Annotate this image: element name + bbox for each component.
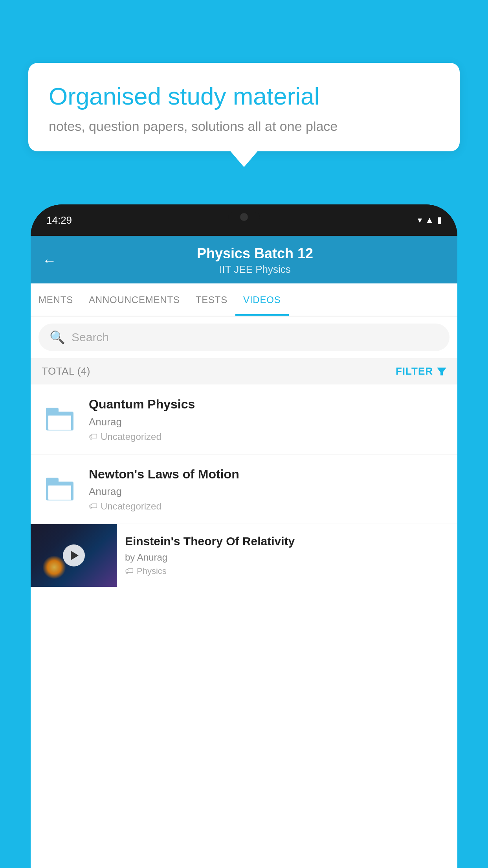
phone-time: 14:29 (46, 214, 72, 226)
back-button[interactable]: ← (42, 252, 57, 269)
tag-icon: 🏷 (89, 432, 97, 442)
video-title: Einstein's Theory Of Relativity (125, 533, 449, 549)
thumbnail-glow (42, 555, 66, 579)
video-author: Anurag (89, 485, 448, 498)
folder-icon (46, 478, 73, 500)
phone-notch (228, 212, 260, 222)
folder-front (48, 415, 72, 430)
search-placeholder: Search (72, 331, 109, 344)
tag-icon: 🏷 (125, 566, 134, 576)
total-count: TOTAL (4) (42, 365, 90, 377)
phone-camera (240, 213, 248, 221)
filter-bar: TOTAL (4) FILTER (31, 358, 457, 384)
tab-ments[interactable]: MENTS (31, 283, 81, 316)
app-screen: ← Physics Batch 12 IIT JEE Physics MENTS… (31, 236, 457, 868)
search-bar[interactable]: 🔍 Search (39, 324, 449, 351)
filter-button[interactable]: FILTER (396, 365, 446, 377)
search-icon: 🔍 (50, 330, 65, 345)
video-tag: 🏷 Uncategorized (89, 501, 448, 512)
video-tag: 🏷 Physics (125, 566, 449, 576)
phone-frame: 14:29 ▾ ▲ ▮ ← Physics Batch 12 IIT JEE P… (31, 204, 457, 868)
wifi-icon: ▾ (418, 215, 422, 225)
tag-label: Uncategorized (101, 431, 161, 442)
folder-icon-wrap (40, 408, 79, 430)
status-icons: ▾ ▲ ▮ (418, 215, 442, 225)
video-author: by Anurag (125, 552, 449, 563)
header-title: Physics Batch 12 (64, 245, 446, 262)
video-title: Newton's Laws of Motion (89, 466, 448, 483)
folder-icon-wrap (40, 478, 79, 500)
header-subtitle: IIT JEE Physics (64, 263, 446, 276)
video-author: Anurag (89, 416, 448, 428)
play-button[interactable] (63, 544, 85, 566)
list-item[interactable]: Quantum Physics Anurag 🏷 Uncategorized (31, 384, 457, 454)
search-container: 🔍 Search (31, 316, 457, 358)
tag-label: Uncategorized (101, 501, 161, 512)
video-info: Newton's Laws of Motion Anurag 🏷 Uncateg… (89, 466, 448, 512)
list-item[interactable]: Newton's Laws of Motion Anurag 🏷 Uncateg… (31, 454, 457, 524)
app-header: ← Physics Batch 12 IIT JEE Physics (31, 236, 457, 283)
tabs-bar: MENTS ANNOUNCEMENTS TESTS VIDEOS (31, 283, 457, 316)
tab-videos[interactable]: VIDEOS (235, 283, 289, 316)
tab-announcements[interactable]: ANNOUNCEMENTS (81, 283, 188, 316)
video-thumbnail (31, 524, 117, 587)
signal-icon: ▲ (425, 215, 434, 225)
bubble-subtitle: notes, question papers, solutions all at… (49, 119, 439, 134)
video-info: Quantum Physics Anurag 🏷 Uncategorized (89, 396, 448, 442)
folder-icon (46, 408, 73, 430)
play-icon (71, 551, 79, 560)
video-list: Quantum Physics Anurag 🏷 Uncategorized (31, 384, 457, 868)
filter-icon (437, 368, 446, 375)
video-tag: 🏷 Uncategorized (89, 431, 448, 442)
folder-front (48, 485, 72, 500)
header-title-block: Physics Batch 12 IIT JEE Physics (64, 245, 446, 276)
tag-icon: 🏷 (89, 501, 97, 511)
svg-marker-0 (437, 368, 446, 375)
filter-label: FILTER (396, 365, 433, 377)
list-item[interactable]: Einstein's Theory Of Relativity by Anura… (31, 524, 457, 587)
battery-icon: ▮ (437, 215, 442, 225)
bubble-title: Organised study material (49, 82, 439, 111)
tag-label: Physics (137, 566, 167, 576)
speech-bubble: Organised study material notes, question… (28, 63, 460, 151)
phone-status-bar: 14:29 ▾ ▲ ▮ (31, 204, 457, 236)
tab-tests[interactable]: TESTS (188, 283, 235, 316)
video-info: Einstein's Theory Of Relativity by Anura… (117, 524, 457, 586)
video-title: Quantum Physics (89, 396, 448, 413)
